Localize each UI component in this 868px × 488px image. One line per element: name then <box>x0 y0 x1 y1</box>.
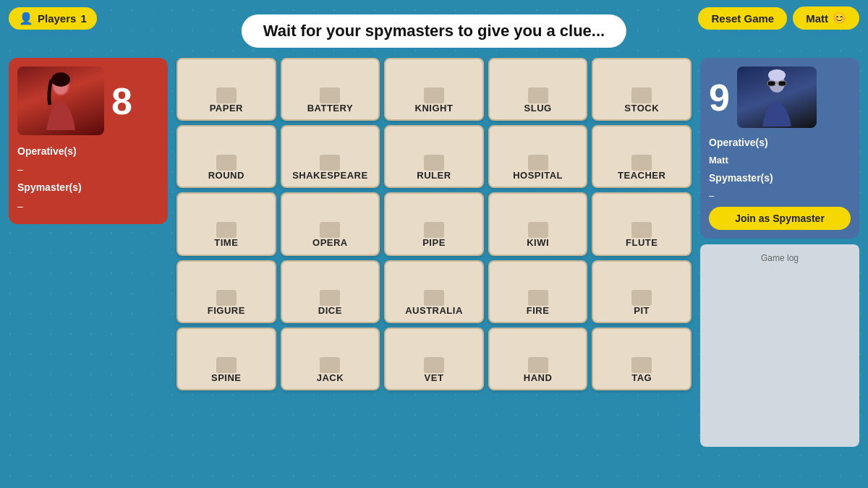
word-card-round[interactable]: ROUND <box>176 125 276 188</box>
right-spymasters-dash: – <box>709 187 851 204</box>
word-card-flute[interactable]: FLUTE <box>592 192 692 255</box>
right-panel-labels: Operative(s) Matt Spymaster(s) – <box>709 134 851 204</box>
card-icon <box>528 290 548 306</box>
word-card-fire[interactable]: FIRE <box>488 260 588 323</box>
players-label: Players <box>38 12 76 25</box>
word-card-pit[interactable]: PIT <box>592 260 692 323</box>
word-card-knight[interactable]: KNIGHT <box>384 58 484 121</box>
players-icon: 👤 <box>19 12 33 25</box>
card-icon <box>424 290 444 306</box>
left-panel: 8 Operative(s) – Spymaster(s) – <box>9 58 168 224</box>
reset-game-button[interactable]: Reset Game <box>698 7 787 30</box>
word-card-shakespeare[interactable]: SHAKESPEARE <box>281 125 380 188</box>
card-word-hand: HAND <box>524 373 553 383</box>
card-word-ruler: RULER <box>417 171 451 181</box>
card-icon <box>631 222 652 238</box>
game-log-label: Game log <box>706 250 854 266</box>
card-icon <box>216 155 237 171</box>
word-card-figure[interactable]: FIGURE <box>176 260 276 323</box>
svg-rect-5 <box>778 81 786 86</box>
word-card-tag[interactable]: TAG <box>592 328 692 390</box>
word-card-time[interactable]: TIME <box>176 192 276 255</box>
card-word-teacher: TEACHER <box>618 171 665 181</box>
left-operatives-label: Operative(s) <box>17 142 159 160</box>
card-icon <box>631 87 652 103</box>
word-card-vet[interactable]: VET <box>384 328 484 390</box>
card-word-battery: BATTERY <box>307 103 353 114</box>
user-button[interactable]: Matt 😊 <box>793 7 859 30</box>
card-word-stock: STOCK <box>624 103 659 114</box>
word-card-opera[interactable]: OPERA <box>281 192 380 255</box>
game-grid: PAPERBATTERYKNIGHTSLUGSTOCKROUNDSHAKESPE… <box>176 58 692 390</box>
word-card-teacher[interactable]: TEACHER <box>592 125 692 188</box>
card-word-round: ROUND <box>208 171 244 181</box>
left-panel-labels: Operative(s) – Spymaster(s) – <box>17 142 159 215</box>
right-avatar-box <box>737 67 817 128</box>
left-avatar-svg <box>39 72 82 130</box>
card-icon <box>424 87 444 103</box>
card-word-jack: JACK <box>317 373 344 383</box>
right-panel-inner: 9 <box>709 67 851 128</box>
svg-rect-4 <box>767 81 775 86</box>
word-card-battery[interactable]: BATTERY <box>281 58 380 121</box>
title-text: Wait for your spymasters to give you a c… <box>263 22 605 40</box>
card-icon <box>631 155 652 171</box>
card-word-opera: OPERA <box>312 238 348 248</box>
card-word-paper: PAPER <box>210 103 243 114</box>
title-banner: Wait for your spymasters to give you a c… <box>242 14 626 48</box>
card-word-vet: VET <box>425 373 444 383</box>
card-icon <box>216 222 237 238</box>
word-card-australia[interactable]: AUSTRALIA <box>384 260 484 323</box>
right-panel: 9 Operative(s <box>700 58 859 447</box>
card-word-flute: FLUTE <box>626 238 658 248</box>
left-avatar <box>17 67 104 135</box>
word-card-dice[interactable]: DICE <box>281 260 380 323</box>
card-word-fire: FIRE <box>527 306 550 316</box>
players-badge: 👤 Players 1 <box>9 7 97 30</box>
card-word-dice: DICE <box>318 306 342 316</box>
card-icon <box>528 357 548 373</box>
card-icon <box>528 155 548 171</box>
left-avatar-box <box>17 67 104 135</box>
card-icon <box>216 87 237 103</box>
word-card-pipe[interactable]: PIPE <box>384 192 484 255</box>
card-word-figure: FIGURE <box>208 306 245 316</box>
left-spymasters-dash: – <box>17 197 159 215</box>
card-icon <box>631 290 652 306</box>
card-word-pit: PIT <box>634 306 650 316</box>
user-icon: 😊 <box>833 12 846 25</box>
card-word-hospital: HOSPITAL <box>513 171 563 181</box>
card-icon <box>631 357 652 373</box>
card-icon <box>320 357 340 373</box>
card-word-spine: SPINE <box>211 373 242 383</box>
word-card-jack[interactable]: JACK <box>281 328 380 390</box>
card-icon <box>320 87 340 103</box>
word-card-ruler[interactable]: RULER <box>384 125 484 188</box>
card-word-kiwi: KIWI <box>527 238 549 248</box>
card-word-knight: KNIGHT <box>415 103 454 114</box>
card-word-shakespeare: SHAKESPEARE <box>292 171 367 181</box>
card-word-slug: SLUG <box>524 103 552 114</box>
right-spymasters-label: Spymaster(s) <box>709 169 851 187</box>
card-word-time: TIME <box>214 238 238 248</box>
right-avatar <box>737 67 817 128</box>
left-spymasters-label: Spymaster(s) <box>17 179 159 197</box>
word-card-spine[interactable]: SPINE <box>176 328 276 390</box>
top-right-controls: Reset Game Matt 😊 <box>698 7 859 30</box>
card-word-tag: TAG <box>631 373 652 383</box>
card-icon <box>424 357 444 373</box>
right-top-section: 9 Operative(s <box>700 58 859 239</box>
svg-point-7 <box>768 69 786 81</box>
word-card-slug[interactable]: SLUG <box>488 58 588 121</box>
word-card-paper[interactable]: PAPER <box>176 58 276 121</box>
right-operatives-name: Matt <box>709 152 851 168</box>
word-card-hand[interactable]: HAND <box>488 328 588 390</box>
card-icon <box>216 357 237 373</box>
user-label: Matt <box>806 12 828 25</box>
word-card-kiwi[interactable]: KIWI <box>488 192 588 255</box>
word-card-hospital[interactable]: HOSPITAL <box>488 125 588 188</box>
left-score: 8 <box>111 82 132 120</box>
word-card-stock[interactable]: STOCK <box>592 58 692 121</box>
card-icon <box>528 222 548 238</box>
join-spymaster-button[interactable]: Join as Spymaster <box>709 207 851 230</box>
